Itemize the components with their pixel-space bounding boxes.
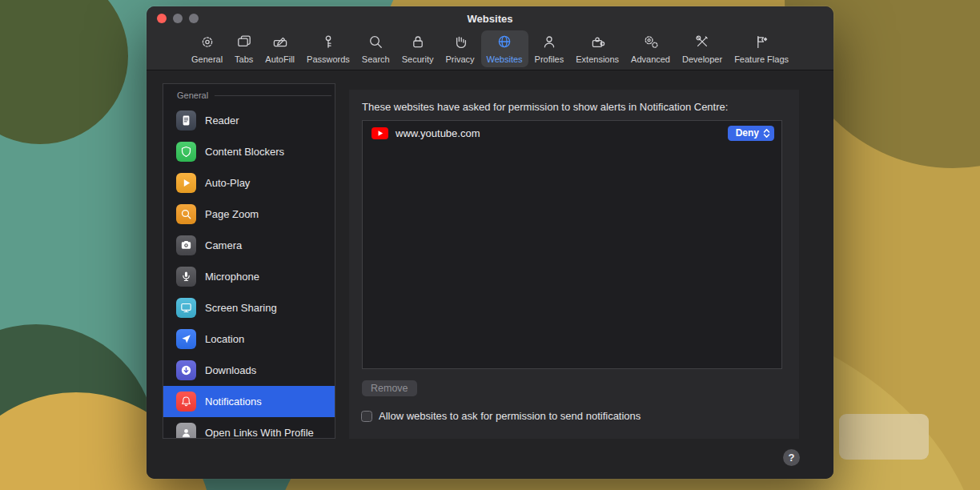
notifications-icon: [176, 392, 196, 412]
tools-icon: [694, 34, 710, 53]
allow-checkbox-label: Allow websites to ask for permission to …: [379, 410, 641, 422]
tab-search[interactable]: Search: [356, 30, 396, 67]
tab-label: Profiles: [535, 54, 564, 64]
sidebar-item-open-links-with-profile[interactable]: Open Links With Profile: [163, 417, 335, 439]
tab-developer[interactable]: Developer: [677, 30, 728, 67]
youtube-icon: [372, 127, 388, 139]
desktop-wallpaper: Websites General Tabs AutoFill Pas: [0, 0, 980, 490]
tab-advanced[interactable]: Advanced: [625, 30, 676, 67]
tab-profiles[interactable]: Profiles: [529, 30, 570, 67]
auto-play-icon: [176, 173, 196, 193]
window-titlebar[interactable]: Websites: [147, 6, 833, 30]
reader-icon: [176, 110, 196, 131]
settings-toolbar: General Tabs AutoFill Passwords Search: [147, 30, 833, 70]
sidebar-item-content-blockers[interactable]: Content Blockers: [163, 136, 335, 167]
lock-icon: [410, 34, 426, 53]
sidebar-item-location[interactable]: Location: [163, 323, 335, 355]
window-body: General Reader Content Blockers Auto-P: [147, 70, 833, 479]
autofill-icon: [272, 34, 288, 53]
tab-privacy[interactable]: Privacy: [440, 30, 480, 67]
background-window-fragment: [839, 414, 929, 460]
downloads-icon: [176, 360, 196, 380]
permissions-description: These websites have asked for permission…: [362, 101, 728, 113]
key-icon: [320, 34, 336, 53]
page-zoom-icon: [176, 204, 196, 224]
website-row[interactable]: www.youtube.com Deny: [363, 121, 781, 145]
tab-tabs[interactable]: Tabs: [229, 30, 259, 67]
tab-label: Privacy: [445, 54, 474, 64]
tab-label: AutoFill: [265, 54, 295, 64]
website-name: www.youtube.com: [396, 127, 721, 139]
tab-label: Developer: [682, 54, 722, 64]
section-header-label: General: [177, 90, 208, 100]
globe-icon: [496, 34, 512, 53]
person-icon: [541, 34, 557, 53]
camera-icon: [176, 235, 196, 255]
window-title: Websites: [147, 6, 833, 30]
remove-button[interactable]: Remove: [362, 380, 417, 396]
tab-extensions[interactable]: Extensions: [570, 30, 625, 67]
sidebar: General Reader Content Blockers Auto-P: [163, 83, 335, 439]
tab-label: Extensions: [576, 54, 619, 64]
safari-settings-window: Websites General Tabs AutoFill Pas: [147, 6, 833, 479]
tab-feature-flags[interactable]: Feature Flags: [729, 30, 794, 67]
tab-label: Tabs: [235, 54, 253, 64]
updown-chevrons-icon: [763, 128, 770, 139]
tab-label: Passwords: [307, 54, 350, 64]
permission-select[interactable]: Deny: [728, 126, 774, 141]
location-icon: [176, 329, 196, 349]
flag-icon: [753, 34, 769, 53]
microphone-icon: [176, 267, 196, 287]
sidebar-item-notifications[interactable]: Notifications: [163, 386, 335, 417]
tab-label: General: [191, 54, 223, 64]
sidebar-item-page-zoom[interactable]: Page Zoom: [163, 199, 335, 230]
gear-icon: [199, 34, 215, 53]
tab-label: Advanced: [631, 54, 670, 64]
tab-general[interactable]: General: [186, 30, 228, 67]
tab-label: Search: [362, 54, 390, 64]
tab-autofill[interactable]: AutoFill: [259, 30, 300, 67]
tab-security[interactable]: Security: [396, 30, 440, 67]
hand-icon: [452, 34, 468, 53]
permission-value: Deny: [736, 126, 759, 141]
allow-notifications-row: Allow websites to ask for permission to …: [361, 410, 641, 422]
tab-websites[interactable]: Websites: [481, 30, 528, 67]
sidebar-item-screen-sharing[interactable]: Screen Sharing: [163, 292, 335, 323]
tab-label: Security: [402, 54, 434, 64]
magnifier-icon: [368, 34, 384, 53]
tab-label: Feature Flags: [734, 54, 789, 64]
help-button[interactable]: ?: [783, 449, 800, 466]
sidebar-item-downloads[interactable]: Downloads: [163, 355, 335, 386]
window-chrome: Websites General Tabs AutoFill Pas: [147, 6, 833, 70]
tab-label: Websites: [487, 54, 523, 64]
tab-passwords[interactable]: Passwords: [301, 30, 355, 67]
sidebar-item-microphone[interactable]: Microphone: [163, 261, 335, 292]
sidebar-item-camera[interactable]: Camera: [163, 230, 335, 261]
profile-icon: [176, 423, 196, 439]
screen-sharing-icon: [176, 298, 196, 318]
sidebar-list: Reader Content Blockers Auto-Play Page Z…: [163, 105, 335, 439]
content-blockers-icon: [176, 142, 196, 162]
section-header-divider: [215, 95, 331, 96]
puzzle-icon: [589, 34, 605, 53]
sidebar-item-reader[interactable]: Reader: [163, 105, 335, 136]
main-panel: These websites have asked for permission…: [349, 90, 799, 439]
wallpaper-shape: [0, 0, 128, 144]
tabs-icon: [236, 34, 252, 53]
gears-icon: [643, 34, 659, 53]
sidebar-section-header: General: [163, 84, 335, 100]
sidebar-item-auto-play[interactable]: Auto-Play: [163, 167, 335, 199]
allow-checkbox[interactable]: [361, 411, 372, 422]
websites-list: www.youtube.com Deny: [362, 120, 782, 369]
